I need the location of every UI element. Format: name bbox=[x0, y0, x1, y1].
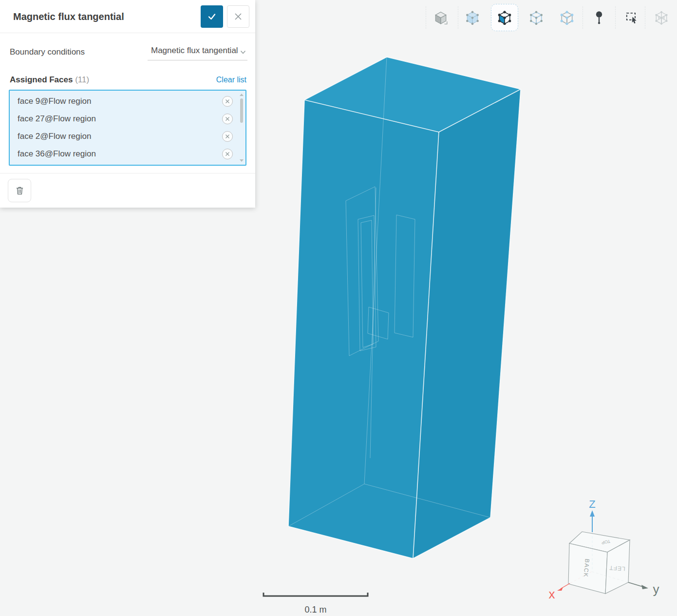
box-select-button[interactable] bbox=[618, 4, 645, 31]
x-circle-icon bbox=[225, 134, 230, 139]
x-circle-icon bbox=[225, 116, 230, 121]
bc-type-dropdown-value: Magnetic flux tangential bbox=[151, 46, 238, 58]
probe-point-pin-icon bbox=[592, 10, 606, 25]
remove-face-button[interactable] bbox=[222, 96, 233, 107]
toolbar-divider bbox=[583, 6, 583, 29]
face-list-item[interactable]: face 36@Flow region bbox=[10, 145, 245, 163]
boundary-condition-panel: Magnetic flux tangential Boundary condit… bbox=[0, 0, 255, 208]
trash-icon bbox=[15, 185, 25, 196]
select-volume-cube-icon bbox=[465, 10, 480, 25]
select-face-button[interactable] bbox=[491, 4, 518, 31]
scroll-down-arrow[interactable] bbox=[240, 159, 244, 162]
select-volume-button[interactable] bbox=[459, 4, 486, 31]
mesh-select-cube-icon bbox=[654, 10, 669, 25]
probe-point-button[interactable] bbox=[585, 4, 613, 31]
remove-face-button[interactable] bbox=[222, 149, 233, 159]
gizmo-cube[interactable] bbox=[568, 532, 630, 594]
face-list-item[interactable]: face 9@Flow region bbox=[10, 93, 245, 110]
scrollbar-thumb[interactable] bbox=[240, 98, 243, 123]
select-face-cube-icon bbox=[497, 10, 512, 25]
x-circle-icon bbox=[225, 99, 230, 104]
x-circle-icon bbox=[225, 152, 230, 156]
gizmo-x-label[interactable]: x bbox=[549, 587, 555, 601]
close-icon bbox=[234, 12, 243, 21]
panel-footer bbox=[0, 173, 255, 208]
assigned-faces-count: (11) bbox=[75, 75, 89, 84]
render-mode-button[interactable] bbox=[427, 4, 454, 31]
gizmo-y-label[interactable]: y bbox=[653, 582, 659, 597]
assigned-faces-list[interactable]: face 9@Flow region face 27@Flow region f… bbox=[9, 90, 246, 166]
face-list-item[interactable]: face 2@Flow region bbox=[10, 128, 245, 145]
page-title: Magnetic flux tangential bbox=[13, 0, 124, 33]
box-select-marquee-icon bbox=[624, 10, 639, 25]
face-item-label: face 9@Flow region bbox=[18, 93, 91, 110]
face-item-label: face 36@Flow region bbox=[18, 145, 96, 163]
face-item-label: face 27@Flow region bbox=[18, 110, 96, 128]
scroll-up-arrow[interactable] bbox=[240, 94, 244, 96]
orientation-gizmo[interactable]: BACK LEFT TOP x y Z bbox=[549, 498, 659, 601]
remove-face-button[interactable] bbox=[222, 131, 233, 142]
assigned-faces-header: Assigned Faces (11) Clear list bbox=[0, 71, 255, 90]
delete-button[interactable] bbox=[8, 179, 31, 202]
toolbar-divider bbox=[426, 6, 426, 29]
assigned-faces-label-text: Assigned Faces bbox=[10, 75, 73, 84]
toolbar-divider bbox=[458, 6, 458, 29]
remove-face-button[interactable] bbox=[222, 114, 233, 124]
select-edge-button[interactable] bbox=[523, 4, 550, 31]
scale-bar-label: 0.1 m bbox=[304, 605, 326, 615]
panel-header: Magnetic flux tangential bbox=[0, 0, 255, 33]
select-edge-cube-icon bbox=[529, 10, 544, 25]
mesh-select-button bbox=[648, 4, 675, 31]
clear-list-link[interactable]: Clear list bbox=[216, 76, 246, 84]
list-scrollbar[interactable] bbox=[239, 93, 244, 163]
assigned-faces-label: Assigned Faces (11) bbox=[10, 75, 89, 85]
model-flow-region[interactable] bbox=[288, 57, 521, 558]
boundary-conditions-label: Boundary conditions bbox=[10, 47, 85, 57]
select-vertex-cube-icon bbox=[560, 10, 574, 25]
model-face-left[interactable] bbox=[288, 100, 439, 558]
cancel-button[interactable] bbox=[227, 5, 249, 28]
scale-bar: 0.1 m bbox=[263, 593, 368, 615]
select-vertex-button[interactable] bbox=[553, 4, 581, 31]
gizmo-face-right-label: LEFT bbox=[609, 564, 625, 572]
view-toolbar bbox=[419, 0, 677, 35]
face-list-item[interactable]: face 27@Flow region bbox=[10, 110, 245, 128]
toolbar-divider bbox=[615, 6, 616, 29]
check-icon bbox=[207, 11, 217, 22]
bc-type-dropdown[interactable]: Magnetic flux tangential bbox=[148, 44, 247, 60]
gizmo-z-label[interactable]: Z bbox=[589, 498, 595, 510]
boundary-conditions-row: Boundary conditions Magnetic flux tangen… bbox=[0, 33, 255, 71]
apply-button[interactable] bbox=[201, 5, 223, 28]
render-mode-cube-icon bbox=[433, 10, 448, 25]
chevron-down-icon bbox=[240, 49, 246, 56]
face-item-label: face 2@Flow region bbox=[18, 128, 91, 145]
